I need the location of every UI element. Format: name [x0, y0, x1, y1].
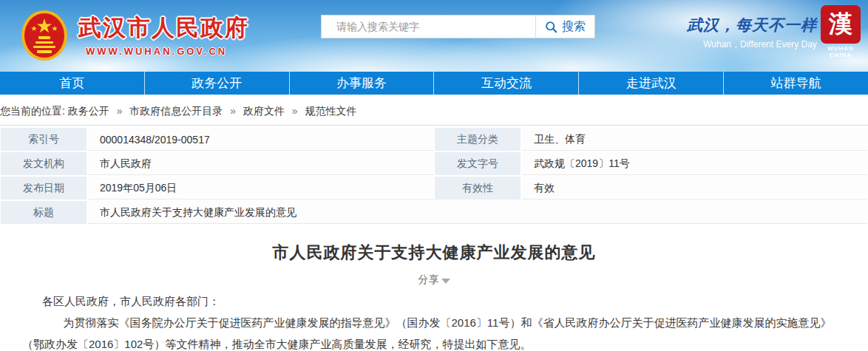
index-number-label: 索引号	[0, 127, 87, 151]
topic-category-value: 卫生、体育	[521, 127, 868, 151]
document-number-value: 武政规〔2019〕11号	[521, 151, 868, 176]
search-icon	[545, 21, 557, 33]
national-emblem-icon	[21, 10, 68, 61]
share-label: 分享	[418, 273, 439, 287]
title-value: 市人民政府关于支持大健康产业发展的意见	[87, 200, 868, 225]
share-row: 分享	[0, 273, 868, 287]
slogan-english: Wuhan，Different Every Day	[686, 38, 834, 51]
nav-item-home[interactable]: 首页	[0, 72, 144, 95]
page-title: 市人民政府关于支持大健康产业发展的意见	[0, 242, 868, 264]
publish-date-value: 2019年05月06日	[87, 176, 434, 200]
intro-paragraph: 为贯彻落实《国务院办公厅关于促进医药产业健康发展的指导意见》（国办发〔2016〕…	[22, 312, 846, 351]
breadcrumb-link-4[interactable]: 规范性文件	[305, 105, 357, 117]
table-row: 发布日期 2019年05月06日 有效性 有效	[0, 176, 868, 200]
breadcrumb: 您当前的位置: 政务公开 » 市政府信息公开目录 » 政府文件 » 规范性文件	[0, 95, 868, 126]
title-label: 标题	[0, 200, 87, 225]
topic-category-label: 主题分类	[434, 127, 521, 151]
breadcrumb-link-1[interactable]: 政务公开	[68, 105, 109, 117]
validity-value: 有效	[521, 176, 868, 200]
issuing-agency-value: 市人民政府	[87, 151, 434, 176]
search-button-label: 搜索	[562, 19, 586, 35]
document-number-label: 发文字号	[434, 151, 521, 176]
seal-caption-line1: WUHAN	[819, 45, 862, 52]
seal-caption-line2: CHINA	[819, 52, 862, 58]
table-row: 发文机构 市人民政府 发文字号 武政规〔2019〕11号	[0, 151, 868, 176]
salutation-paragraph: 各区人民政府，市人民政府各部门：	[22, 290, 846, 312]
nav-item-about-wuhan[interactable]: 走进武汉	[578, 72, 723, 95]
document-body: 各区人民政府，市人民政府各部门： 为贯彻落实《国务院办公厅关于促进医药产业健康发…	[0, 290, 868, 351]
slogan-chinese: 武汉，每天不一样！	[686, 15, 834, 35]
document-info-table: 索引号 000014348/2019-00517 主题分类 卫生、体育 发文机构…	[0, 127, 868, 225]
index-number-value: 000014348/2019-00517	[87, 127, 434, 151]
main-nav: 首页 政务公开 办事服务 互动交流 走进武汉 站群导航	[0, 72, 868, 95]
city-slogan: 武汉，每天不一样！ Wuhan，Different Every Day	[686, 15, 834, 51]
nav-item-services[interactable]: 办事服务	[289, 72, 434, 95]
search-box: 搜索	[321, 15, 595, 38]
han-seal-icon: 漢	[821, 5, 861, 44]
site-title-block: 武汉市人民政府 WWW.WUHAN.GOV.CN	[78, 10, 249, 57]
nav-item-interaction[interactable]: 互动交流	[433, 72, 578, 95]
table-row: 标题 市人民政府关于支持大健康产业发展的意见	[0, 200, 868, 225]
table-row: 索引号 000014348/2019-00517 主题分类 卫生、体育	[0, 127, 868, 151]
site-name: 武汉市人民政府	[78, 13, 249, 44]
site-url: WWW.WUHAN.GOV.CN	[86, 46, 249, 57]
site-logo[interactable]: 武汉市人民政府 WWW.WUHAN.GOV.CN	[21, 10, 249, 61]
breadcrumb-separator: »	[230, 105, 236, 117]
nav-item-gov-info[interactable]: 政务公开	[144, 72, 289, 95]
share-button[interactable]: 分享	[418, 273, 450, 287]
wuhan-seal-logo: 漢 WUHAN CHINA	[819, 5, 862, 58]
search-button[interactable]: 搜索	[535, 16, 594, 38]
issuing-agency-label: 发文机构	[0, 151, 87, 176]
breadcrumb-separator: »	[117, 105, 123, 117]
nav-item-site-map[interactable]: 站群导航	[723, 72, 868, 95]
validity-label: 有效性	[434, 176, 521, 200]
chevron-down-icon	[441, 279, 450, 284]
page: 武汉市人民政府 WWW.WUHAN.GOV.CN 搜索 武汉，每天不一样！ Wu…	[0, 0, 868, 351]
breadcrumb-link-3[interactable]: 政府文件	[243, 105, 285, 117]
header-banner: 武汉市人民政府 WWW.WUHAN.GOV.CN 搜索 武汉，每天不一样！ Wu…	[0, 0, 868, 72]
breadcrumb-link-2[interactable]: 市政府信息公开目录	[129, 105, 223, 117]
breadcrumb-separator: »	[292, 105, 298, 117]
breadcrumb-prefix: 您当前的位置:	[0, 105, 65, 117]
publish-date-label: 发布日期	[0, 176, 87, 200]
search-input[interactable]	[322, 16, 535, 38]
